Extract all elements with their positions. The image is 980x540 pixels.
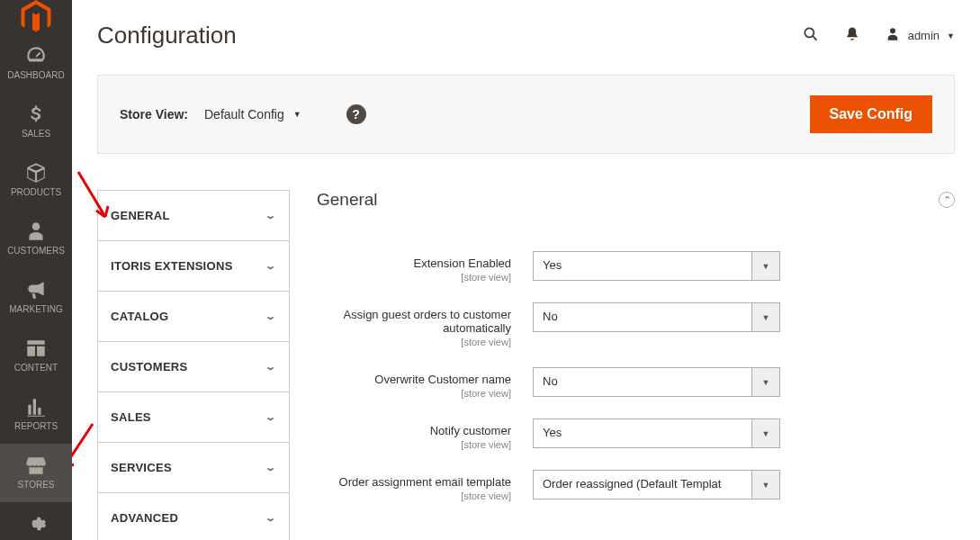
select-value: Order reassigned (Default Templat — [534, 471, 751, 499]
tab-label: CUSTOMERS — [111, 360, 188, 374]
select-extension-enabled[interactable]: Yes ▼ — [533, 251, 780, 281]
nav-label: SALES — [22, 129, 50, 139]
section-header-general[interactable]: General ⌃ — [317, 190, 955, 226]
tab-label: ITORIS EXTENSIONS — [111, 259, 233, 273]
nav-label: REPORTS — [14, 421, 58, 431]
magento-logo[interactable] — [0, 0, 72, 34]
page-title: Configuration — [97, 22, 237, 50]
tab-general[interactable]: GENERAL ⌄ — [98, 191, 289, 241]
caret-down-icon: ▼ — [293, 110, 301, 119]
bell-icon[interactable] — [843, 25, 861, 46]
sidebar-item-dashboard[interactable]: DASHBOARD — [0, 34, 72, 93]
select-order-assignment-email-template[interactable]: Order reassigned (Default Templat ▼ — [533, 470, 780, 500]
store-icon — [0, 453, 72, 478]
help-icon[interactable]: ? — [346, 104, 366, 124]
caret-down-icon: ▼ — [751, 419, 779, 447]
field-assign-guest-orders: Assign guest orders to customer automati… — [317, 302, 955, 347]
gear-icon — [0, 511, 72, 536]
select-assign-guest-orders[interactable]: No ▼ — [533, 302, 780, 332]
tab-customers[interactable]: CUSTOMERS ⌄ — [98, 342, 289, 392]
avatar-icon — [885, 26, 901, 45]
layout-icon — [0, 336, 72, 361]
tab-services[interactable]: SERVICES ⌄ — [98, 443, 289, 493]
tab-label: GENERAL — [111, 209, 170, 222]
field-overwrite-customer-name: Overwrite Customer name [store view] No … — [317, 367, 955, 399]
caret-down-icon: ▼ — [751, 252, 779, 280]
tab-label: SALES — [111, 410, 151, 424]
header-actions: admin ▼ — [802, 25, 955, 46]
main-content: Configuration admin ▼ Store View: Defaul… — [72, 0, 980, 540]
select-value: No — [534, 368, 751, 396]
config-tabs: GENERAL ⌄ ITORIS EXTENSIONS ⌄ CATALOG ⌄ … — [97, 190, 290, 540]
caret-down-icon: ▼ — [751, 471, 779, 499]
store-view-value: Default Config — [204, 107, 284, 122]
sidebar-item-reports[interactable]: REPORTS — [0, 385, 72, 444]
chevron-down-icon: ⌄ — [265, 462, 276, 473]
gauge-icon — [0, 43, 72, 68]
admin-username: admin — [908, 29, 940, 42]
field-label: Overwrite Customer name — [374, 373, 511, 386]
tab-itoris-extensions[interactable]: ITORIS EXTENSIONS ⌄ — [98, 241, 289, 292]
tab-label: CATALOG — [111, 310, 168, 323]
chevron-down-icon: ⌄ — [265, 260, 276, 272]
nav-label: CONTENT — [14, 363, 58, 373]
section-title-text: General — [317, 190, 378, 210]
field-label: Assign guest orders to customer automati… — [344, 308, 511, 335]
tab-label: SERVICES — [111, 461, 172, 474]
page-header: Configuration admin ▼ — [97, 0, 955, 75]
tab-catalog[interactable]: CATALOG ⌄ — [98, 292, 289, 342]
nav-label: CUSTOMERS — [7, 246, 65, 256]
field-label: Order assignment email template — [339, 475, 511, 489]
field-order-assignment-email-template: Order assignment email template [store v… — [317, 470, 955, 501]
store-view-label: Store View: — [120, 107, 188, 122]
select-overwrite-customer-name[interactable]: No ▼ — [533, 367, 780, 397]
sidebar-item-marketing[interactable]: MARKETING — [0, 268, 72, 327]
collapse-icon: ⌃ — [939, 192, 955, 208]
box-icon — [0, 160, 72, 185]
nav-label: STORES — [18, 480, 55, 490]
caret-down-icon: ▼ — [751, 303, 779, 331]
field-scope-hint: [store view] — [317, 272, 511, 283]
select-notify-customer[interactable]: Yes ▼ — [533, 418, 780, 448]
tab-label: ADVANCED — [111, 511, 178, 525]
save-config-button[interactable]: Save Config — [810, 95, 932, 133]
select-value: Yes — [534, 419, 751, 447]
select-value: Yes — [534, 252, 751, 280]
tab-sales[interactable]: SALES ⌄ — [98, 392, 289, 443]
nav-label: MARKETING — [9, 304, 62, 314]
chevron-down-icon: ⌄ — [265, 411, 276, 423]
caret-down-icon: ▼ — [947, 32, 955, 40]
chevron-down-icon: ⌄ — [265, 361, 276, 373]
field-label: Extension Enabled — [414, 256, 511, 270]
nav-label: DASHBOARD — [7, 70, 64, 80]
sidebar-item-products[interactable]: PRODUCTS — [0, 151, 72, 210]
chevron-down-icon: ⌄ — [265, 210, 276, 221]
chevron-down-icon: ⌄ — [265, 512, 276, 524]
store-view-select[interactable]: Default Config ▼ — [204, 107, 301, 122]
sidebar-item-system[interactable] — [0, 502, 72, 540]
select-value: No — [534, 303, 751, 331]
field-extension-enabled: Extension Enabled [store view] Yes ▼ — [317, 251, 955, 283]
config-columns: GENERAL ⌄ ITORIS EXTENSIONS ⌄ CATALOG ⌄ … — [97, 190, 955, 540]
field-scope-hint: [store view] — [317, 388, 511, 399]
chevron-down-icon: ⌄ — [265, 310, 276, 322]
bar-chart-icon — [0, 394, 72, 419]
field-scope-hint: [store view] — [317, 337, 511, 347]
sidebar-item-content[interactable]: CONTENT — [0, 327, 72, 385]
admin-account-menu[interactable]: admin ▼ — [885, 26, 955, 45]
sidebar-item-sales[interactable]: SALES — [0, 93, 72, 151]
tab-advanced[interactable]: ADVANCED ⌄ — [98, 493, 289, 540]
admin-sidebar: DASHBOARD SALES PRODUCTS CUSTOMERS MARKE… — [0, 0, 72, 540]
person-icon — [0, 219, 72, 244]
field-notify-customer: Notify customer [store view] Yes ▼ — [317, 418, 955, 450]
config-form: General ⌃ Extension Enabled [store view]… — [317, 190, 955, 540]
caret-down-icon: ▼ — [751, 368, 779, 396]
scope-bar: Store View: Default Config ▼ ? Save Conf… — [97, 75, 955, 154]
sidebar-item-stores[interactable]: STORES — [0, 444, 72, 502]
field-scope-hint: [store view] — [317, 490, 511, 501]
sidebar-item-customers[interactable]: CUSTOMERS — [0, 210, 72, 268]
field-label: Notify customer — [430, 424, 511, 437]
field-scope-hint: [store view] — [317, 439, 511, 450]
nav-label: PRODUCTS — [11, 187, 61, 197]
search-icon[interactable] — [802, 25, 820, 46]
